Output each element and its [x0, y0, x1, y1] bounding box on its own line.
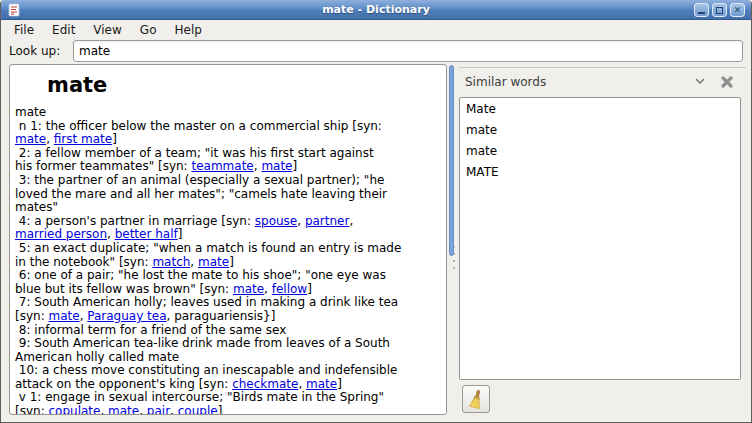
dictionary-book-icon [7, 3, 21, 17]
broom-icon [466, 389, 486, 409]
synonym-link[interactable]: mate [198, 255, 229, 269]
headword: mate [47, 73, 446, 97]
lookup-input[interactable] [73, 40, 743, 62]
synonym-link[interactable]: mate [306, 377, 337, 391]
definition-body: mate n 1: the officer below the master o… [15, 106, 446, 415]
maximize-button[interactable] [712, 3, 727, 17]
definition-line: 9: South American tea-like drink made fr… [15, 337, 446, 351]
menu-item-view[interactable]: View [84, 22, 130, 38]
definition-pane[interactable]: mate mate n 1: the officer below the mas… [9, 64, 447, 415]
synonym-link[interactable]: fellow [272, 282, 307, 296]
synonym-link[interactable]: Paraguay tea [87, 309, 166, 323]
definition-line: mates" [15, 201, 446, 215]
menubar: FileEditViewGoHelp [2, 21, 750, 38]
definition-line: loved the mare and all her mates"; "came… [15, 188, 446, 202]
definition-line: 10: a chess move constituting an inescap… [15, 364, 446, 378]
similar-words-title: Similar words [465, 75, 546, 89]
maximize-icon [716, 7, 723, 14]
definition-line: 5: an exact duplicate; "when a match is … [15, 242, 446, 256]
definition-line: in the notebook" [syn: match, mate] [15, 256, 446, 270]
definition-line: 6: one of a pair; "he lost the mate to h… [15, 269, 446, 283]
menu-item-edit[interactable]: Edit [43, 22, 84, 38]
definition-line: 2: a fellow member of a team; "it was hi… [15, 147, 446, 161]
synonym-link[interactable]: partner [305, 214, 350, 228]
synonym-link[interactable]: pair [147, 404, 170, 415]
synonym-link[interactable]: checkmate [232, 377, 298, 391]
definition-line: married person, better half] [15, 228, 446, 242]
similar-word-item[interactable]: MATE [460, 161, 740, 182]
chevron-down-icon [695, 78, 705, 85]
similar-words-header: Similar words [459, 68, 746, 96]
synonym-link[interactable]: spouse [255, 214, 297, 228]
synonym-link[interactable]: match [152, 255, 190, 269]
definition-line: 8: informal term for a friend of the sam… [15, 324, 446, 338]
definition-scrollbar-thumb[interactable] [449, 65, 454, 256]
definition-line: blue but its fellow was brown" [syn: mat… [15, 283, 446, 297]
definition-line: [syn: mate, Paraguay tea, paraguariensis… [15, 310, 446, 324]
minimize-button[interactable] [694, 3, 709, 17]
window-menu-button[interactable] [5, 2, 23, 18]
similar-words-list: MatematemateMATE [459, 97, 741, 380]
synonym-link[interactable]: mate [233, 282, 264, 296]
dictionary-window: mate - Dictionary ✕ FileEditViewGoHelp L… [0, 0, 752, 423]
panel-collapse-button[interactable] [694, 77, 706, 86]
synonym-link[interactable]: copulate [49, 404, 101, 415]
synonym-link[interactable]: mate [108, 404, 139, 415]
similar-words-panel: Similar words MatematemateMATE [459, 67, 746, 421]
definition-line: [syn: copulate, mate, pair, couple] [15, 405, 446, 415]
titlebar: mate - Dictionary ✕ [1, 0, 751, 20]
definition-line: 7: South American holly; leaves used in … [15, 296, 446, 310]
definition-line: attack on the opponent's king [syn: chec… [15, 378, 446, 392]
synonym-link[interactable]: mate [15, 132, 46, 146]
definition-line: American holly called mate [15, 351, 446, 365]
similar-word-item[interactable]: mate [460, 140, 740, 161]
menu-item-file[interactable]: File [5, 22, 43, 38]
synonym-link[interactable]: teammate [191, 159, 253, 173]
window-controls: ✕ [694, 3, 745, 17]
similar-word-item[interactable]: mate [460, 119, 740, 140]
definition-line: mate, first mate] [15, 133, 446, 147]
definition-line: n 1: the officer below the master on a c… [15, 120, 446, 134]
synonym-link[interactable]: better half [115, 227, 178, 241]
panel-close-button[interactable] [718, 73, 736, 91]
similar-word-item[interactable]: Mate [460, 98, 740, 119]
pane-splitter-grip[interactable] [453, 246, 456, 274]
window-title: mate - Dictionary [1, 3, 751, 16]
definition-line: 3: the partner of an animal (especially … [15, 174, 446, 188]
definition-line: v 1: engage in sexual intercourse; "Bird… [15, 391, 446, 405]
minimize-icon [698, 12, 705, 14]
close-icon [720, 75, 734, 89]
menu-item-help[interactable]: Help [165, 22, 210, 38]
synonym-link[interactable]: mate [49, 309, 80, 323]
synonym-link[interactable]: mate [261, 159, 292, 173]
synonym-link[interactable]: first mate [54, 132, 112, 146]
close-button[interactable]: ✕ [730, 3, 745, 17]
lookup-row: Look up: [1, 38, 751, 63]
close-icon: ✕ [734, 4, 742, 16]
definition-line: 4: a person's partner in marriage [syn: … [15, 215, 446, 229]
menu-item-go[interactable]: Go [131, 22, 166, 38]
synonym-link[interactable]: couple [178, 404, 218, 415]
synonym-link[interactable]: married person [15, 227, 107, 241]
definition-line: his former teammates" [syn: teammate, ma… [15, 160, 446, 174]
definition-line: mate [15, 106, 446, 120]
clear-list-button[interactable] [462, 385, 490, 413]
lookup-label: Look up: [9, 44, 73, 58]
